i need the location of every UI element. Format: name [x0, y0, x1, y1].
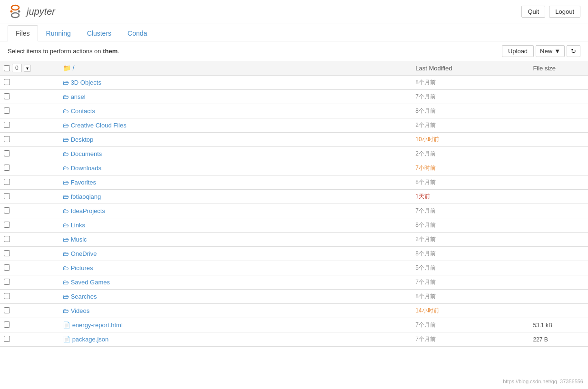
file-link[interactable]: Links	[71, 222, 85, 229]
row-checkbox[interactable]	[4, 193, 10, 199]
table-row: 🗁ansel 7个月前	[0, 90, 588, 104]
row-checkbox[interactable]	[4, 336, 10, 342]
col-modified-label: Last Modified	[415, 65, 452, 72]
row-checkbox-col	[0, 161, 59, 175]
file-link[interactable]: Pictures	[71, 264, 93, 272]
row-name-col: 🗁Favorites	[59, 175, 412, 190]
tab-running[interactable]: Running	[38, 25, 79, 41]
row-name-col: 🗁Creative Cloud Files	[59, 118, 412, 133]
row-checkbox[interactable]	[4, 107, 10, 114]
file-link[interactable]: Creative Cloud Files	[71, 122, 127, 129]
file-link[interactable]: OneDrive	[71, 250, 97, 257]
row-checkbox-col	[0, 204, 59, 218]
file-link[interactable]: Videos	[71, 307, 90, 314]
file-table: 0 ▾ 📁 / Last Modified File size 🗁3	[0, 61, 588, 347]
tabs: Files Running Clusters Conda	[0, 25, 588, 41]
row-checkbox[interactable]	[4, 321, 10, 328]
row-checkbox[interactable]	[4, 264, 10, 271]
instruction-emphasis: them	[103, 48, 118, 55]
row-name-col: 🗁Pictures	[59, 261, 412, 275]
row-checkbox[interactable]	[4, 250, 10, 256]
file-link[interactable]: Music	[71, 236, 87, 243]
row-modified-col: 1天前	[412, 190, 529, 204]
row-modified-col: 8个月前	[412, 175, 529, 190]
row-checkbox-col	[0, 233, 59, 247]
logo: jupyter	[8, 4, 55, 19]
row-checkbox-col	[0, 190, 59, 204]
file-link[interactable]: Searches	[71, 293, 97, 300]
file-link[interactable]: Desktop	[71, 136, 94, 143]
select-all-checkbox[interactable]	[4, 65, 10, 71]
file-link[interactable]: Contacts	[71, 107, 95, 115]
tab-clusters[interactable]: Clusters	[79, 25, 119, 41]
row-name-col: 🗁IdeaProjects	[59, 204, 412, 218]
row-checkbox-col	[0, 133, 59, 147]
folder-icon: 🗁	[63, 93, 69, 100]
row-checkbox[interactable]	[4, 122, 10, 128]
quit-button[interactable]: Quit	[521, 6, 545, 18]
folder-icon: 🗁	[63, 179, 69, 186]
row-checkbox-col	[0, 318, 59, 332]
row-checkbox[interactable]	[4, 179, 10, 185]
row-modified-col: 7个月前	[412, 275, 529, 290]
row-checkbox[interactable]	[4, 136, 10, 142]
refresh-button[interactable]: ↻	[567, 45, 580, 57]
new-button[interactable]: New ▼	[536, 45, 565, 57]
header-buttons: Quit Logout	[521, 6, 580, 18]
row-size-col	[529, 247, 588, 261]
row-checkbox[interactable]	[4, 307, 10, 313]
header: jupyter Quit Logout	[0, 0, 588, 23]
row-checkbox[interactable]	[4, 279, 10, 285]
folder-icon: 🗁	[63, 79, 69, 86]
row-checkbox-col	[0, 261, 59, 275]
file-link[interactable]: package.json	[72, 336, 109, 343]
row-size-col	[529, 118, 588, 133]
file-link[interactable]: Saved Games	[71, 279, 110, 286]
table-row: 🗁Links 8个月前	[0, 218, 588, 233]
tab-conda[interactable]: Conda	[119, 25, 155, 41]
row-checkbox[interactable]	[4, 236, 10, 242]
selection-dropdown[interactable]: ▾	[24, 65, 31, 72]
row-modified-col: 8个月前	[412, 290, 529, 304]
table-row: 🗁fotiaoqiang 1天前	[0, 190, 588, 204]
file-link[interactable]: 3D Objects	[71, 79, 101, 86]
row-checkbox[interactable]	[4, 207, 10, 214]
folder-icon: 🗁	[63, 264, 69, 272]
table-row: 📄package.json 7个月前 227 B	[0, 332, 588, 347]
file-link[interactable]: energy-report.html	[72, 321, 123, 329]
row-checkbox-col	[0, 104, 59, 118]
upload-button[interactable]: Upload	[502, 45, 534, 57]
row-modified-col: 8个月前	[412, 76, 529, 90]
row-name-col: 🗁Videos	[59, 304, 412, 318]
file-link[interactable]: Documents	[71, 150, 102, 157]
row-modified-col: 8个月前	[412, 247, 529, 261]
file-link[interactable]: fotiaoqiang	[71, 193, 101, 200]
col-header-modified[interactable]: Last Modified	[412, 61, 529, 76]
file-link[interactable]: IdeaProjects	[71, 207, 105, 214]
row-checkbox-col	[0, 218, 59, 233]
svg-point-0	[11, 5, 19, 10]
file-link[interactable]: Downloads	[71, 165, 101, 172]
row-size-col	[529, 204, 588, 218]
row-modified-col: 7小时前	[412, 161, 529, 175]
row-checkbox[interactable]	[4, 79, 10, 85]
table-row: 🗁Downloads 7小时前	[0, 161, 588, 175]
jupyter-logo-icon	[8, 4, 23, 19]
toolbar-instruction: Select items to perform actions on them.	[8, 48, 119, 55]
logout-button[interactable]: Logout	[549, 6, 580, 18]
tab-files[interactable]: Files	[8, 25, 38, 41]
row-checkbox[interactable]	[4, 93, 10, 99]
table-header-row: 0 ▾ 📁 / Last Modified File size	[0, 61, 588, 76]
file-link[interactable]: ansel	[71, 93, 86, 100]
row-checkbox[interactable]	[4, 293, 10, 299]
file-link[interactable]: Favorites	[71, 179, 96, 186]
row-modified-col: 10小时前	[412, 133, 529, 147]
row-checkbox[interactable]	[4, 222, 10, 228]
breadcrumb[interactable]: 📁 /	[63, 64, 75, 72]
row-checkbox[interactable]	[4, 150, 10, 156]
table-row: 🗁Pictures 5个月前	[0, 261, 588, 275]
row-checkbox[interactable]	[4, 165, 10, 171]
table-row: 🗁IdeaProjects 7个月前	[0, 204, 588, 218]
row-size-col	[529, 161, 588, 175]
col-header-name[interactable]: 📁 /	[59, 61, 412, 76]
